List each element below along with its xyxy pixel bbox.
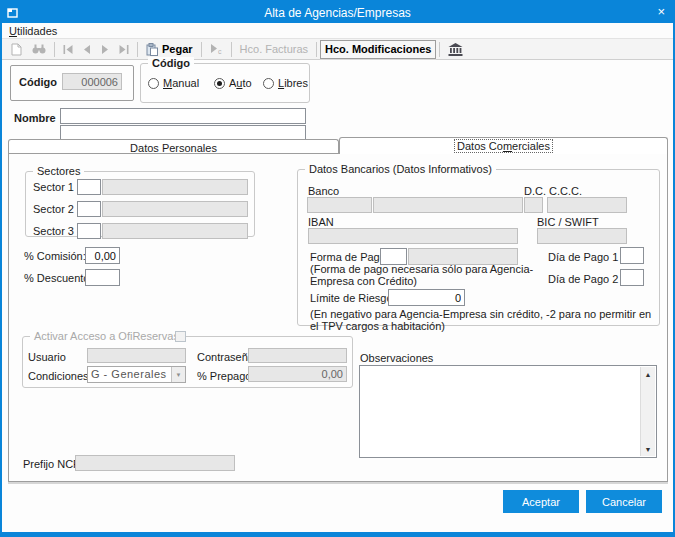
chevron-down-icon: ▼: [171, 367, 185, 382]
dc-label: D.C.: [524, 185, 546, 197]
hco-facturas-label: Hco. Facturas: [240, 43, 308, 55]
usuario-field[interactable]: [87, 348, 186, 363]
radio-manual[interactable]: Manual: [148, 77, 199, 89]
ofireservas-checkbox[interactable]: [175, 331, 186, 342]
descuento-label: % Descuento: [24, 272, 89, 284]
nav-next-button[interactable]: [96, 40, 114, 59]
bank-button[interactable]: [443, 40, 468, 59]
dia-pago1-input[interactable]: [620, 247, 644, 264]
toolbar-separator: [137, 42, 138, 57]
svg-text:c: c: [218, 48, 222, 55]
banco-name-field[interactable]: [373, 197, 523, 213]
radio-auto[interactable]: Auto: [214, 77, 252, 89]
search-button[interactable]: [27, 40, 51, 59]
radio-libres-circle: [263, 78, 274, 89]
post-button[interactable]: c: [205, 40, 228, 59]
binoculars-icon: [32, 43, 46, 55]
close-button[interactable]: ×: [657, 3, 665, 21]
menu-bar: Utilidades: [2, 23, 673, 39]
prepago-label: % Prepago: [197, 370, 251, 382]
paste-label: Pegar: [162, 43, 193, 55]
limite-riesgo-label: Límite de Riesgo: [310, 292, 393, 304]
menu-utilidades[interactable]: Utilidades: [2, 23, 64, 39]
scroll-down-icon[interactable]: ▼: [641, 442, 655, 456]
descuento-input[interactable]: [85, 269, 120, 286]
ofireservas-title: Activar Acceso a OfiReservas: [30, 330, 183, 342]
paste-icon: [146, 43, 158, 56]
limite-riesgo-note: (En negativo para Agencia-Empresa sin cr…: [310, 308, 658, 332]
sector1-name-field[interactable]: [102, 179, 248, 195]
tab-datos-comerciales[interactable]: Datos Comerciales: [339, 137, 668, 154]
toolbar: Pegar c Hco. Facturas Hco. Modificacione…: [2, 39, 673, 60]
observaciones-scrollbar[interactable]: ▲ ▼: [640, 367, 655, 456]
sector2-name-field[interactable]: [102, 201, 248, 217]
usuario-label: Usuario: [28, 351, 66, 363]
nav-prev-button[interactable]: [78, 40, 96, 59]
toolbar-separator: [201, 42, 202, 57]
radio-auto-circle: [214, 78, 225, 89]
codigo-input[interactable]: [62, 73, 122, 90]
sector3-label: Sector 3: [33, 225, 74, 237]
toolbar-separator: [231, 42, 232, 57]
observaciones-textarea[interactable]: ▲ ▼: [359, 365, 657, 458]
comision-input[interactable]: [85, 247, 120, 264]
codigo-label: Código: [19, 76, 57, 88]
ccc-field[interactable]: [547, 197, 627, 213]
forma-pago-note: (Forma de pago necesaria sólo para Agenc…: [310, 263, 546, 287]
paste-button[interactable]: Pegar: [141, 40, 198, 59]
dialog-window: Alta de Agencias/Empresas × Utilidades P…: [0, 0, 675, 537]
document-button[interactable]: [6, 40, 27, 59]
radio-libres[interactable]: Libres: [263, 77, 308, 89]
hco-facturas-button[interactable]: Hco. Facturas: [235, 40, 313, 59]
sectores-title: Sectores: [33, 165, 84, 177]
nav-next-icon: [101, 45, 109, 54]
limite-riesgo-input[interactable]: [388, 289, 465, 306]
nav-prev-icon: [83, 45, 91, 54]
iban-field[interactable]: [308, 228, 518, 244]
dia-pago2-label: Día de Pago 2: [548, 273, 618, 285]
radio-manual-circle: [148, 78, 159, 89]
prepago-field[interactable]: [248, 366, 347, 382]
sector3-code-input[interactable]: [77, 223, 101, 239]
radio-auto-label: Auto: [229, 77, 252, 89]
sector1-code-input[interactable]: [77, 179, 101, 195]
nav-last-button[interactable]: [114, 40, 134, 59]
contrasena-field[interactable]: [248, 348, 347, 363]
window-title: Alta de Agencias/Empresas: [2, 6, 673, 20]
document-icon: [11, 43, 22, 56]
dia-pago2-input[interactable]: [620, 269, 644, 286]
post-arrow-icon: c: [210, 44, 223, 55]
forma-pago-label: Forma de Pago: [310, 251, 386, 263]
sector3-name-field[interactable]: [102, 223, 248, 239]
cancelar-button[interactable]: Cancelar: [586, 490, 662, 513]
bic-field[interactable]: [537, 228, 627, 244]
tab-datos-comerciales-label: Datos Comerciales: [455, 140, 552, 152]
nombre-input-1[interactable]: [60, 108, 306, 124]
nav-last-icon: [119, 45, 129, 54]
toolbar-separator: [54, 42, 55, 57]
dia-pago1-label: Día de Pago 1: [548, 251, 618, 263]
nav-first-button[interactable]: [58, 40, 78, 59]
banco-code-field[interactable]: [307, 197, 372, 213]
condiciones-dropdown[interactable]: G - Generales ▼: [87, 366, 186, 383]
observaciones-label: Observaciones: [360, 352, 433, 364]
scroll-up-icon[interactable]: ▲: [641, 367, 655, 381]
sector2-code-input[interactable]: [77, 201, 101, 217]
tab-datos-personales[interactable]: Datos Personales: [8, 139, 339, 154]
datos-bancarios-title: Datos Bancarios (Datos Informativos): [305, 163, 496, 175]
prefijo-ncf-label: Prefijo NCF: [23, 458, 80, 470]
aceptar-button[interactable]: Aceptar: [503, 490, 579, 513]
dc-field[interactable]: [524, 197, 543, 213]
hco-modificaciones-button[interactable]: Hco. Modificaciones: [320, 40, 436, 59]
comision-label: % Comisión:: [24, 250, 86, 262]
toolbar-separator: [439, 42, 440, 57]
contrasena-label: Contraseña: [197, 351, 254, 363]
banco-label: Banco: [308, 185, 339, 197]
nombre-label: Nombre: [14, 112, 56, 124]
prefijo-ncf-field[interactable]: [75, 455, 235, 471]
sector1-label: Sector 1: [33, 181, 74, 193]
codigo-group-title: Código: [148, 57, 194, 69]
sector2-label: Sector 2: [33, 203, 74, 215]
radio-manual-label: Manual: [163, 77, 199, 89]
condiciones-value: G - Generales: [88, 367, 171, 382]
